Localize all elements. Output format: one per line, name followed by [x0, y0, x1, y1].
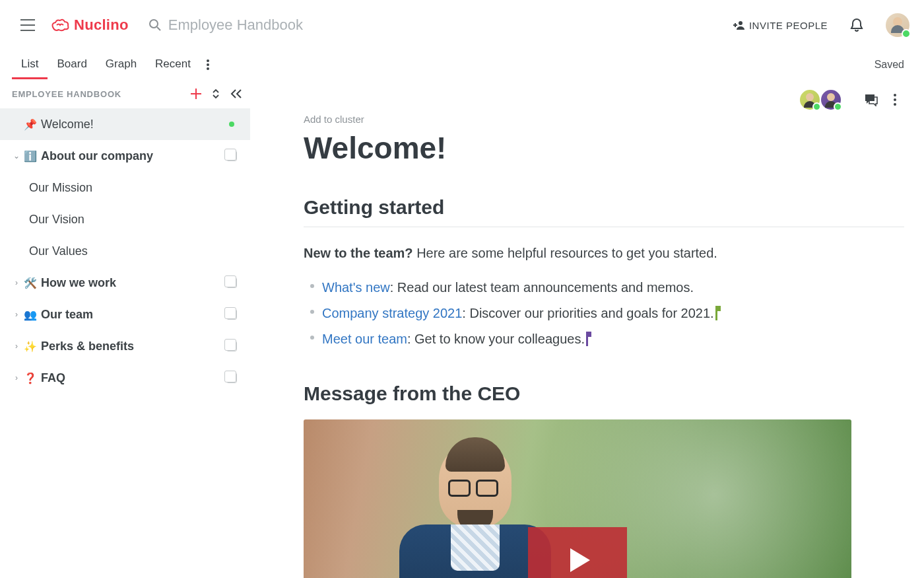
- link-company-strategy[interactable]: Company strategy 2021: [322, 306, 462, 320]
- sidebar-item-values[interactable]: Our Values: [0, 235, 250, 267]
- chevron-right-icon: ›: [12, 278, 21, 287]
- people-icon: 👥: [24, 308, 37, 321]
- cluster-indicator-icon: [226, 277, 237, 288]
- pin-icon: 📌: [24, 118, 37, 131]
- chevron-right-icon: ›: [12, 373, 21, 382]
- invite-label: INVITE PEOPLE: [749, 20, 828, 31]
- sidebar-heading: EMPLOYEE HANDBOOK: [12, 89, 121, 99]
- invite-people-button[interactable]: INVITE PEOPLE: [733, 20, 828, 31]
- brand-name: Nuclino: [74, 17, 129, 34]
- cluster-indicator-icon: [226, 341, 237, 351]
- svg-point-7: [894, 103, 896, 106]
- sidebar-item-welcome[interactable]: 📌 Welcome!: [0, 108, 250, 140]
- menu-button[interactable]: [18, 16, 37, 34]
- play-icon[interactable]: [528, 527, 627, 578]
- chevron-right-icon: ›: [12, 310, 21, 319]
- tab-graph[interactable]: Graph: [96, 51, 146, 79]
- add-to-cluster-link[interactable]: Add to cluster: [304, 114, 904, 125]
- collaborator-cursor-icon: [715, 306, 717, 320]
- svg-point-4: [207, 67, 209, 70]
- collaborator-avatar[interactable]: [820, 89, 842, 111]
- svg-point-2: [207, 59, 209, 62]
- brand-logo[interactable]: Nuclino: [50, 17, 129, 34]
- info-icon: ℹ️: [24, 150, 37, 163]
- bullet-item[interactable]: Meet our team: Get to know your colleagu…: [304, 326, 904, 352]
- current-user-avatar[interactable]: [886, 13, 909, 37]
- svg-point-3: [207, 63, 209, 66]
- sidebar-item-howwework[interactable]: › 🛠️ How we work: [0, 267, 250, 299]
- section-ceo-message: Message from the CEO: [304, 382, 904, 405]
- search-input[interactable]: [168, 17, 498, 34]
- section-getting-started: Getting started: [304, 196, 904, 227]
- sidebar-item-ourteam[interactable]: › 👥 Our team: [0, 299, 250, 330]
- tab-recent[interactable]: Recent: [146, 51, 200, 79]
- sidebar-item-perks[interactable]: › ✨ Perks & benefits: [0, 330, 250, 362]
- page-title[interactable]: Welcome!: [304, 130, 904, 166]
- intro-paragraph[interactable]: New to the team? Here are some helpful r…: [304, 243, 904, 263]
- link-whats-new[interactable]: What's new: [322, 280, 390, 295]
- expand-tree-button[interactable]: [211, 89, 221, 99]
- notifications-button[interactable]: [847, 16, 866, 34]
- question-icon: ❓: [24, 372, 37, 384]
- tools-icon: 🛠️: [24, 277, 37, 289]
- collapse-sidebar-button[interactable]: [230, 89, 242, 98]
- sidebar-item-about[interactable]: ⌄ ℹ️ About our company: [0, 140, 250, 172]
- tab-board[interactable]: Board: [48, 51, 96, 79]
- document-main: Add to cluster Welcome! Getting started …: [251, 79, 924, 578]
- page-more-button[interactable]: [886, 90, 904, 109]
- tab-more-button[interactable]: [200, 55, 216, 74]
- link-meet-team[interactable]: Meet our team: [322, 332, 407, 346]
- bullet-item[interactable]: Company strategy 2021: Discover our prio…: [304, 301, 904, 326]
- presence-dot-icon: [229, 122, 234, 127]
- svg-point-6: [894, 98, 896, 101]
- svg-point-1: [739, 21, 742, 25]
- cluster-indicator-icon: [226, 151, 237, 161]
- comments-button[interactable]: [862, 90, 880, 109]
- save-status: Saved: [874, 59, 904, 71]
- svg-point-5: [894, 94, 896, 96]
- cluster-indicator-icon: [226, 373, 237, 383]
- bullet-item[interactable]: What's new: Read our latest team announc…: [304, 275, 904, 301]
- sidebar: EMPLOYEE HANDBOOK 📌 Welcome!: [0, 79, 251, 578]
- ceo-video[interactable]: [304, 419, 851, 578]
- collaborator-avatar[interactable]: [799, 89, 821, 111]
- chevron-down-icon: ⌄: [12, 151, 21, 161]
- collaborator-cursor-icon: [586, 332, 588, 346]
- sidebar-item-mission[interactable]: Our Mission: [0, 172, 250, 203]
- search-icon: [148, 18, 162, 32]
- svg-point-0: [150, 20, 158, 28]
- sparkle-icon: ✨: [24, 340, 37, 353]
- tab-list[interactable]: List: [12, 51, 48, 79]
- sidebar-item-faq[interactable]: › ❓ FAQ: [0, 362, 250, 394]
- add-page-button[interactable]: [191, 89, 201, 99]
- sidebar-item-vision[interactable]: Our Vision: [0, 203, 250, 235]
- cluster-indicator-icon: [226, 309, 237, 320]
- chevron-right-icon: ›: [12, 342, 21, 351]
